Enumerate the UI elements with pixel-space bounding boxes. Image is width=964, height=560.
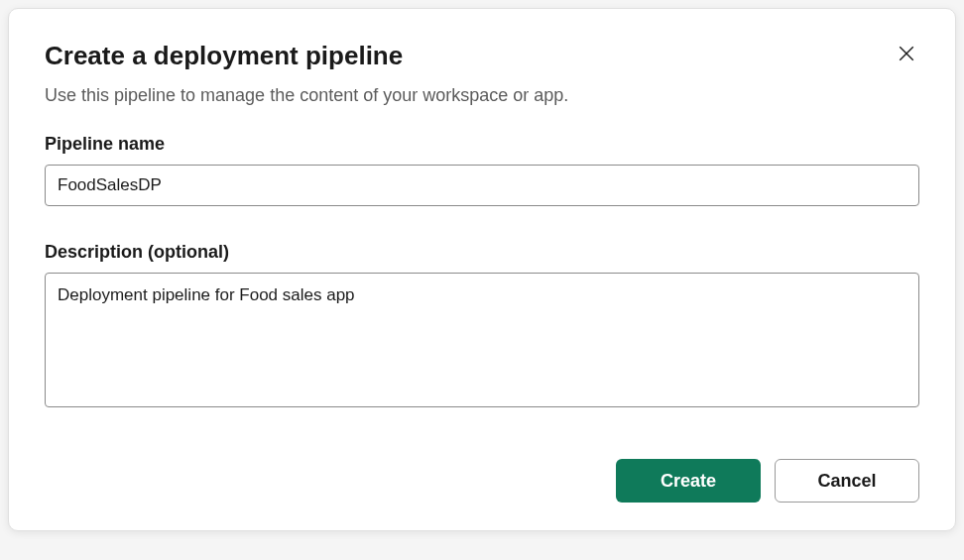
dialog-title: Create a deployment pipeline bbox=[45, 41, 403, 71]
close-icon bbox=[898, 45, 915, 62]
dialog-header: Create a deployment pipeline bbox=[45, 41, 919, 71]
close-button[interactable] bbox=[894, 41, 919, 66]
description-label: Description (optional) bbox=[45, 242, 919, 263]
description-group: Description (optional) bbox=[45, 242, 919, 411]
description-input[interactable] bbox=[45, 273, 919, 407]
button-row: Create Cancel bbox=[45, 459, 919, 503]
create-pipeline-dialog: Create a deployment pipeline Use this pi… bbox=[8, 8, 956, 531]
dialog-subtitle: Use this pipeline to manage the content … bbox=[45, 85, 919, 106]
create-button[interactable]: Create bbox=[616, 459, 761, 503]
pipeline-name-input[interactable] bbox=[45, 165, 919, 206]
cancel-button[interactable]: Cancel bbox=[775, 459, 919, 503]
pipeline-name-label: Pipeline name bbox=[45, 134, 919, 155]
pipeline-name-group: Pipeline name bbox=[45, 134, 919, 206]
